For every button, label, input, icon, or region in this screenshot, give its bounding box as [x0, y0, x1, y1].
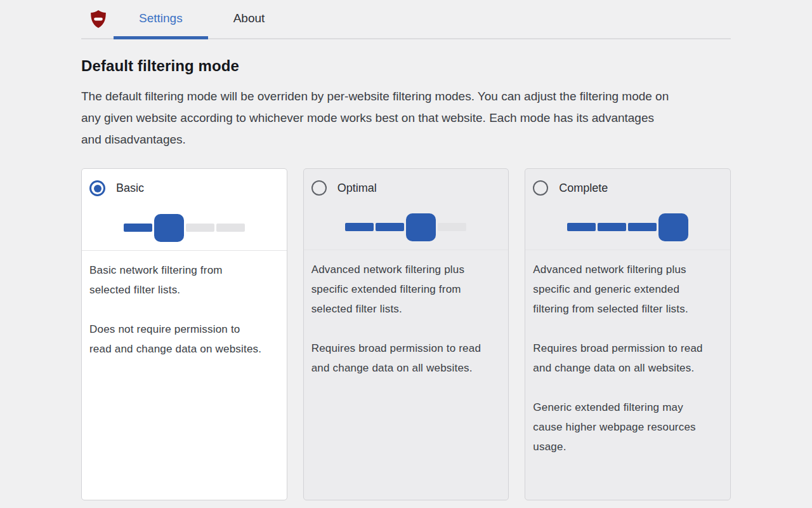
tab-bar: Settings About — [81, 0, 731, 39]
mode-description-paragraph: Advanced network filtering plus specific… — [533, 260, 708, 319]
slider-track-empty — [438, 223, 466, 231]
mode-description: Advanced network filtering plus specific… — [304, 250, 494, 387]
mode-strength-slider[interactable] — [567, 213, 688, 241]
mode-card-basic[interactable]: Basic Basic network filtering from selec… — [81, 168, 287, 500]
mode-label[interactable]: Complete — [559, 182, 608, 195]
slider-track-filled — [345, 223, 374, 231]
slider-thumb[interactable] — [406, 213, 436, 241]
mode-description: Basic network filtering from selected fi… — [82, 251, 272, 368]
mode-card-header: Basic — [82, 169, 287, 250]
mode-description-paragraph: Requires broad permission to read and ch… — [311, 338, 487, 378]
page-description: The default filtering mode will be overr… — [81, 86, 674, 150]
mode-description-paragraph: Does not require permission to read and … — [89, 319, 265, 359]
slider-track-empty — [186, 224, 214, 232]
tab-settings[interactable]: Settings — [114, 0, 208, 39]
settings-page: Settings About Default filtering mode Th… — [81, 0, 731, 500]
ublock-logo-icon — [89, 0, 108, 38]
slider-track-empty — [216, 224, 245, 232]
mode-radio-row[interactable]: Optimal — [311, 180, 501, 196]
mode-radio-button[interactable] — [533, 180, 548, 196]
slider-track-filled — [376, 223, 404, 231]
slider-thumb[interactable] — [154, 214, 184, 242]
mode-description-paragraph: Basic network filtering from selected fi… — [89, 260, 265, 300]
mode-strength-slider[interactable] — [124, 213, 245, 242]
mode-label[interactable]: Basic — [116, 182, 144, 195]
slider-track-filled — [628, 223, 657, 231]
mode-strength-slider[interactable] — [345, 213, 466, 241]
mode-radio-button[interactable] — [89, 180, 105, 196]
mode-card-header: Optimal — [304, 169, 509, 250]
mode-description-paragraph: Advanced network filtering plus specific… — [311, 260, 487, 319]
mode-card-header: Complete — [525, 169, 730, 250]
filtering-mode-cards: Basic Basic network filtering from selec… — [81, 168, 731, 500]
mode-description-paragraph: Generic extended filtering may cause hig… — [533, 398, 708, 457]
mode-description-paragraph: Requires broad permission to read and ch… — [533, 338, 708, 378]
slider-track-filled — [598, 223, 626, 231]
slider-thumb[interactable] — [658, 213, 688, 241]
slider-track-filled — [567, 223, 596, 231]
mode-radio-row[interactable]: Basic — [89, 180, 279, 196]
tab-about[interactable]: About — [208, 0, 291, 39]
mode-radio-button[interactable] — [311, 180, 327, 196]
mode-label[interactable]: Optimal — [337, 182, 377, 195]
mode-card-optimal[interactable]: Optimal Advanced network filtering plus … — [303, 168, 509, 500]
page-title: Default filtering mode — [81, 57, 731, 75]
mode-description: Advanced network filtering plus specific… — [525, 250, 716, 466]
mode-card-complete[interactable]: Complete Advanced network filtering plus… — [525, 168, 731, 500]
slider-track-filled — [124, 224, 152, 232]
mode-radio-row[interactable]: Complete — [533, 180, 723, 196]
